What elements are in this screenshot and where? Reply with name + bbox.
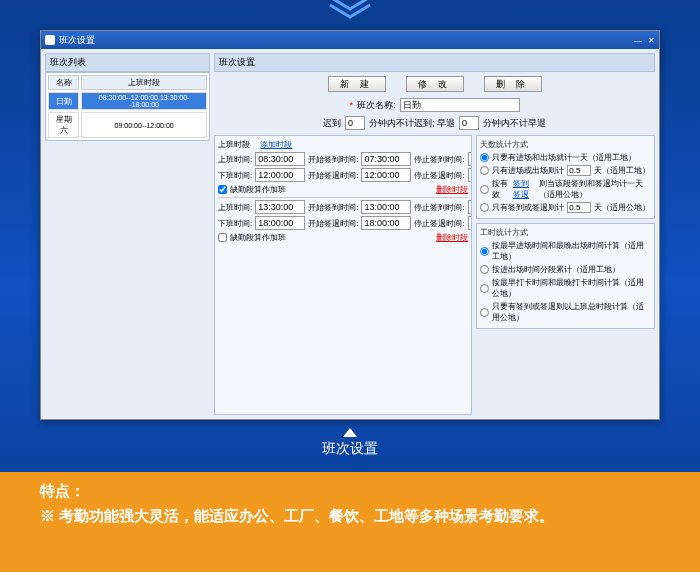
window-titlebar: 班次设置 — ✕ bbox=[41, 31, 659, 49]
footer-text: ※ 考勤功能强大灵活，能适应办公、工厂、餐饮、工地等多种场景考勤要求。 bbox=[40, 505, 660, 526]
days-radio-1[interactable] bbox=[480, 153, 489, 162]
days-radio-2[interactable] bbox=[480, 166, 489, 175]
shift-list-header: 班次列表 bbox=[45, 53, 210, 72]
seg2-ot-checkbox[interactable] bbox=[218, 233, 227, 242]
edit-button[interactable]: 修 改 bbox=[406, 76, 464, 92]
periods-header: 上班时段 bbox=[218, 139, 250, 150]
days-val-4[interactable] bbox=[567, 202, 591, 213]
seg2-startsign-input[interactable] bbox=[361, 200, 411, 214]
settings-window: 班次设置 — ✕ 班次列表 名称上班时段 日勤08:30:00--12:00:0… bbox=[40, 30, 660, 420]
seg2-off-input[interactable] bbox=[255, 216, 305, 230]
add-period-link[interactable]: 添加时段 bbox=[260, 139, 292, 150]
triangle-icon bbox=[343, 428, 357, 437]
seg1-ot-checkbox[interactable] bbox=[218, 185, 227, 194]
delete-button[interactable]: 删 除 bbox=[484, 76, 542, 92]
footer-title: 特点： bbox=[40, 482, 660, 501]
settings-header: 班次设置 bbox=[214, 53, 655, 72]
name-label: 班次名称: bbox=[357, 99, 396, 112]
hours-stat-group: 工时统计方式 按最早进场时间和最晚出场时间计算（适用工地） 按进出场时间分段累计… bbox=[476, 223, 655, 329]
seg2-startout-input[interactable] bbox=[361, 216, 411, 230]
new-button[interactable]: 新 建 bbox=[328, 76, 386, 92]
close-button[interactable]: ✕ bbox=[648, 36, 655, 45]
shift-table[interactable]: 名称上班时段 日勤08:30:00--12:00:00,13:30:00--18… bbox=[45, 72, 210, 141]
footer-banner: 特点： ※ 考勤功能强大灵活，能适应办公、工厂、餐饮、工地等多种场景考勤要求。 bbox=[0, 472, 700, 572]
days-radio-4[interactable] bbox=[480, 203, 489, 212]
early-unit: 分钟内不计早退 bbox=[483, 117, 546, 130]
shift-name-input[interactable] bbox=[400, 98, 520, 112]
seg1-stopsign-input[interactable] bbox=[468, 152, 473, 166]
delete-period-link[interactable]: 删除时段 bbox=[436, 184, 468, 195]
seg1-startout-input[interactable] bbox=[361, 168, 411, 182]
col-name: 名称 bbox=[48, 75, 79, 90]
hours-radio-2[interactable] bbox=[480, 265, 489, 274]
app-icon bbox=[45, 35, 55, 45]
days-radio-3[interactable] bbox=[480, 185, 489, 194]
seg1-stopout-input[interactable] bbox=[468, 168, 473, 182]
required-mark: * bbox=[349, 100, 353, 110]
shift-settings-panel: 班次设置 新 建 修 改 删 除 * 班次名称: 迟到 分钟内不计迟到; 早退 … bbox=[214, 53, 655, 415]
seg2-on-input[interactable] bbox=[255, 200, 305, 214]
late-input[interactable] bbox=[345, 116, 365, 130]
early-input[interactable] bbox=[459, 116, 479, 130]
table-row[interactable]: 星期六09:00:00--12:00:00 bbox=[48, 112, 207, 138]
shift-list-panel: 班次列表 名称上班时段 日勤08:30:00--12:00:00,13:30:0… bbox=[45, 53, 210, 415]
seg2-stopsign-input[interactable] bbox=[468, 200, 473, 214]
hours-header: 工时统计方式 bbox=[480, 227, 651, 238]
table-row[interactable]: 日勤08:30:00--12:00:00,13:30:00--18:00:00 bbox=[48, 92, 207, 110]
seg1-off-input[interactable] bbox=[255, 168, 305, 182]
late-unit: 分钟内不计迟到; 早退 bbox=[369, 117, 455, 130]
seg2-stopout-input[interactable] bbox=[468, 216, 473, 230]
late-label: 迟到 bbox=[323, 117, 341, 130]
screenshot-caption: 班次设置 bbox=[322, 428, 378, 458]
days-header: 天数统计方式 bbox=[480, 139, 651, 150]
seg1-startsign-input[interactable] bbox=[361, 152, 411, 166]
seg1-on-input[interactable] bbox=[255, 152, 305, 166]
decorative-chevrons bbox=[320, 0, 380, 25]
delete-period-link-2[interactable]: 删除时段 bbox=[436, 232, 468, 243]
hours-radio-3[interactable] bbox=[480, 284, 489, 293]
shift-periods-group: 上班时段 添加时段 上班时间: 开始签到时间: 停止签到时间: 下班时间: 开始… bbox=[214, 135, 472, 415]
minimize-button[interactable]: — bbox=[634, 36, 642, 45]
hours-radio-1[interactable] bbox=[480, 247, 489, 256]
hours-radio-4[interactable] bbox=[480, 308, 489, 317]
days-stat-group: 天数统计方式 只要有进场和出场就计一天（适用工地） 只有进场或出场则计天（适用工… bbox=[476, 135, 655, 219]
days-val-2[interactable] bbox=[567, 165, 591, 176]
col-period: 上班时段 bbox=[81, 75, 207, 90]
window-title: 班次设置 bbox=[59, 34, 95, 47]
